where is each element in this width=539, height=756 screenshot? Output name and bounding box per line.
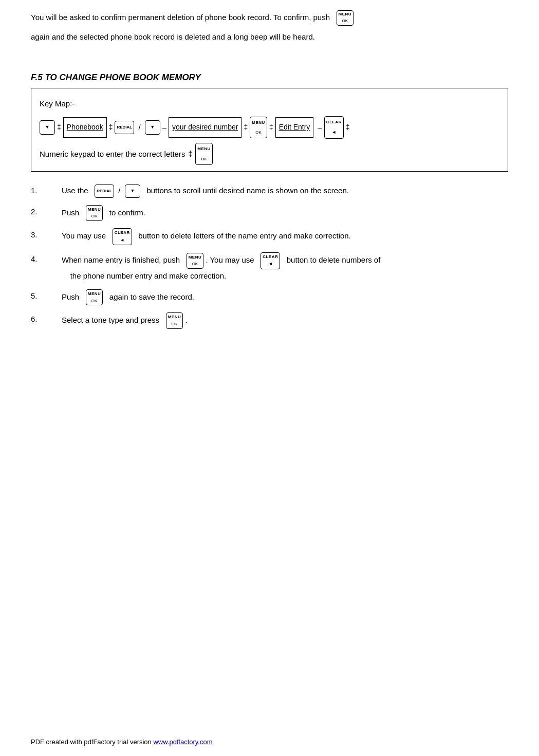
- step-4-num: 4.: [31, 252, 62, 282]
- menu-label: MENU: [339, 11, 352, 18]
- menu-ok-button-intro: MENU OK: [337, 10, 354, 26]
- step-6-num: 6.: [31, 312, 62, 328]
- clear-button-s4[interactable]: CLEAR ◄: [261, 252, 280, 269]
- clear-button-s3[interactable]: CLEAR ◄: [113, 228, 132, 245]
- step-1: 1. Use the REDIAL / ▼ buttons to scroll …: [31, 184, 508, 198]
- step-5-num: 5.: [31, 289, 62, 305]
- menu-ok-button-note[interactable]: MENU OK: [195, 143, 213, 164]
- menu-ok-button-s6[interactable]: MENU OK: [166, 312, 183, 328]
- steps-list: 1. Use the REDIAL / ▼ buttons to scroll …: [31, 184, 508, 329]
- step-6: 6. Select a tone type and press MENU OK …: [31, 312, 508, 328]
- redial-button-s1[interactable]: REDIAL: [95, 185, 114, 198]
- keymap-box: Key Map:- ▼ ‡ Phonebook ‡ REDIAL / ▼ – y…: [31, 88, 508, 172]
- intro-line1: You will be asked to confirm permanent d…: [31, 10, 508, 26]
- nav-down-button-km[interactable]: ▼: [40, 120, 55, 135]
- keymap-note: Numeric keypad to enter the correct lett…: [40, 143, 499, 164]
- step-4: 4. When name entry is finished, push MEN…: [31, 252, 508, 282]
- phonebook-label-km: Phonebook: [63, 117, 107, 138]
- footer-link[interactable]: www.pdffactory.com: [153, 738, 212, 746]
- step-1-num: 1.: [31, 184, 62, 198]
- section-title: F.5 TO CHANGE PHONE BOOK MEMORY: [31, 72, 508, 83]
- ok-label: OK: [342, 18, 348, 25]
- nav-down-button-s1[interactable]: ▼: [125, 185, 140, 198]
- step-6-content: Select a tone type and press MENU OK .: [62, 312, 508, 328]
- desired-number-label-km: your desired number: [169, 117, 241, 138]
- edit-entry-label-km: Edit Entry: [275, 117, 314, 138]
- step-1-content: Use the REDIAL / ▼ buttons to scroll unt…: [62, 184, 508, 198]
- menu-ok-button-s2[interactable]: MENU OK: [86, 205, 103, 221]
- step-3: 3. You may use CLEAR ◄ button to delete …: [31, 228, 508, 245]
- nav-down-button2-km[interactable]: ▼: [145, 120, 160, 135]
- keymap-label: Key Map:-: [40, 95, 499, 113]
- step-4-continuation: the phone number entry and make correcti…: [62, 271, 226, 280]
- step-3-num: 3.: [31, 228, 62, 245]
- step-2-num: 2.: [31, 205, 62, 221]
- step-4-content: When name entry is finished, push MENU O…: [62, 252, 508, 282]
- footer: PDF created with pdfFactory trial versio…: [31, 738, 213, 746]
- menu-ok-button-s5[interactable]: MENU OK: [86, 289, 103, 305]
- redial-button-km[interactable]: REDIAL: [115, 121, 134, 134]
- step-5-content: Push MENU OK again to save the record.: [62, 289, 508, 305]
- keymap-row: ▼ ‡ Phonebook ‡ REDIAL / ▼ – your desire…: [40, 116, 499, 139]
- step-2: 2. Push MENU OK to confirm.: [31, 205, 508, 221]
- menu-ok-button-s4[interactable]: MENU OK: [187, 253, 204, 269]
- step-5: 5. Push MENU OK again to save the record…: [31, 289, 508, 305]
- step-3-content: You may use CLEAR ◄ button to delete let…: [62, 228, 508, 245]
- menu-ok-button-km[interactable]: MENU OK: [250, 117, 267, 138]
- intro-line2: again and the selected phone book record…: [31, 31, 508, 43]
- intro-section: You will be asked to confirm permanent d…: [31, 10, 508, 43]
- step-2-content: Push MENU OK to confirm.: [62, 205, 508, 221]
- clear-button-km[interactable]: CLEAR ◄: [324, 116, 344, 139]
